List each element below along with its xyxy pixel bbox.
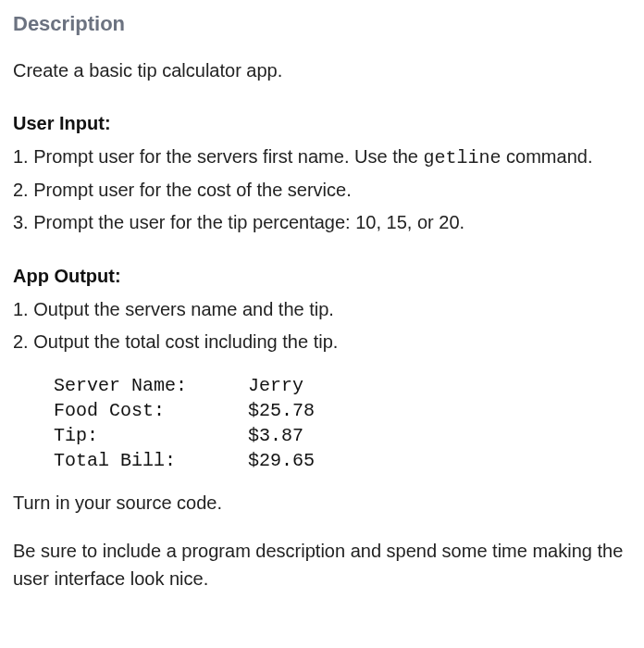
output-label: Food Cost: — [54, 398, 248, 423]
output-row: Food Cost: $25.78 — [54, 398, 631, 423]
step1-text-a: 1. Prompt user for the servers first nam… — [13, 146, 424, 167]
output-row: Server Name: Jerry — [54, 373, 631, 398]
output-value: $29.65 — [248, 448, 315, 473]
output-value: Jerry — [248, 373, 303, 398]
footer-turn-in: Turn in your source code. — [13, 490, 631, 517]
output-value: $25.78 — [248, 398, 315, 423]
output-row: Total Bill: $29.65 — [54, 448, 631, 473]
output-label: Tip: — [54, 423, 248, 448]
section-heading: Description — [13, 9, 631, 39]
app-output-step-1: 1. Output the servers name and the tip. — [13, 295, 631, 324]
example-output-block: Server Name: Jerry Food Cost: $25.78 Tip… — [54, 373, 631, 473]
app-output-step-2: 2. Output the total cost including the t… — [13, 328, 631, 356]
step1-text-b: command. — [502, 146, 593, 167]
footer-advice: Be sure to include a program description… — [13, 537, 631, 592]
output-row: Tip: $3.87 — [54, 423, 631, 448]
output-value: $3.87 — [248, 423, 303, 448]
output-label: Total Bill: — [54, 448, 248, 473]
user-input-title: User Input: — [13, 110, 631, 137]
user-input-step-2: 2. Prompt user for the cost of the servi… — [13, 176, 631, 205]
user-input-step-3: 3. Prompt the user for the tip percentag… — [13, 208, 631, 237]
output-label: Server Name: — [54, 373, 248, 398]
app-output-title: App Output: — [13, 263, 631, 290]
intro-text: Create a basic tip calculator app. — [13, 57, 631, 84]
user-input-step-1: 1. Prompt user for the servers first nam… — [13, 143, 631, 172]
getline-code: getline — [424, 147, 502, 168]
